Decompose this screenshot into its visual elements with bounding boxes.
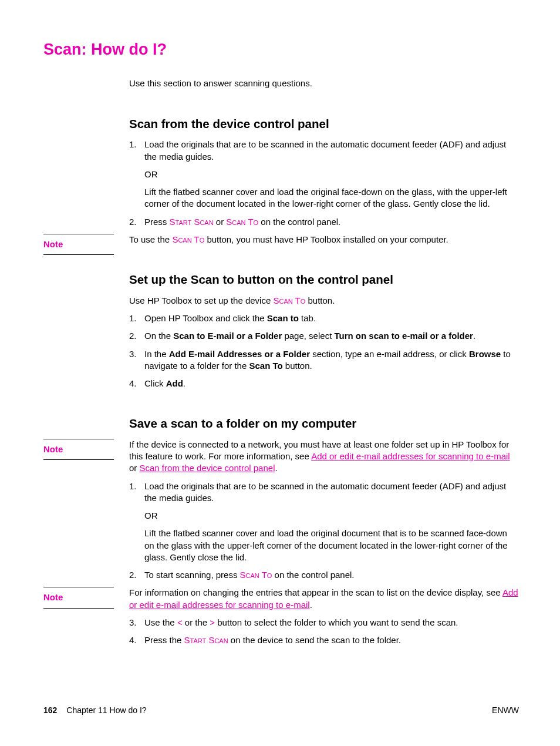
s3-note1-mid: or [129, 463, 140, 473]
browse-bold: Browse [469, 349, 501, 359]
s3-step3-pre: Use the [144, 617, 177, 627]
s3-note1-post: . [275, 463, 277, 473]
scan-to-bold: Scan to [267, 313, 299, 323]
s3-step3: Use the < or the > button to select the … [129, 617, 519, 629]
turn-on-bold: Turn on scan to e-mail or a folder [334, 331, 473, 341]
section1-heading: Scan from the device control panel [129, 116, 519, 132]
add-email-bold: Add E-mail Addresses or a Folder [169, 349, 310, 359]
scan-to-label-4: Scan To [240, 570, 272, 580]
link-add-edit-email[interactable]: Add or edit e-mail addresses for scannin… [311, 451, 510, 461]
s3-or: OR [144, 510, 519, 522]
s2-intro-post: button. [305, 295, 335, 305]
section3-heading: Save a scan to a folder on my computer [129, 415, 519, 432]
s3-note2-post: . [310, 600, 312, 610]
s3-note2: For information on changing the entries … [129, 587, 519, 611]
gt-symbol: > [210, 617, 215, 627]
s1-step2: Press Start Scan or Scan To on the contr… [129, 216, 519, 228]
intro-text: Use this section to answer scanning ques… [129, 78, 519, 89]
scan-to-label-3: Scan To [273, 295, 305, 305]
s2-step3-mid: section, type an e-mail address, or clic… [310, 349, 469, 359]
section2-heading: Set up the Scan to button on the control… [129, 271, 519, 288]
s1-note-post: button, you must have HP Toolbox install… [204, 234, 448, 244]
s3-note2-pre: For information on changing the entries … [129, 587, 502, 597]
s2-step1: Open HP Toolbox and click the Scan to ta… [129, 312, 519, 324]
s1-or: OR [144, 169, 519, 180]
s2-step3: In the Add E-mail Addresses or a Folder … [129, 348, 519, 372]
start-scan-label-2: Start Scan [184, 635, 228, 645]
s3-step1: Load the originals that are to be scanne… [129, 480, 519, 564]
s1-note: To use the Scan To button, you must have… [129, 234, 519, 246]
s2-step4-pre: Click [144, 378, 166, 388]
s2-step4: Click Add. [129, 378, 519, 389]
note-label-1: Note [43, 234, 114, 255]
note-label-3: Note [43, 587, 114, 608]
s1-step1b: Lift the flatbed scanner cover and load … [144, 186, 519, 210]
page-number: 162 [43, 705, 57, 716]
s2-step2-pre: On the [144, 331, 173, 341]
s2-intro: Use HP Toolbox to set up the device Scan… [129, 295, 519, 307]
s2-step1-post: tab. [299, 313, 316, 323]
footer-right: ENWW [492, 705, 519, 716]
s3-step4: Press the Start Scan on the device to se… [129, 634, 519, 646]
s2-step2-post: . [473, 331, 475, 341]
lt-symbol: < [177, 617, 183, 627]
scan-to-label: Scan To [226, 217, 258, 227]
s1-step1: Load the originals that are to be scanne… [129, 139, 519, 210]
s1-note-pre: To use the [129, 234, 172, 244]
s3-step4-pre: Press the [144, 635, 184, 645]
s3-step1b: Lift the flatbed scanner cover and load … [144, 527, 519, 563]
start-scan-label: Start Scan [170, 217, 214, 227]
s2-step1-pre: Open HP Toolbox and click the [144, 313, 267, 323]
note-label-2: Note [43, 439, 114, 460]
s3-note1: If the device is connected to a network,… [129, 439, 519, 475]
link-scan-from-device[interactable]: Scan from the device control panel [140, 463, 275, 473]
s3-step2-pre: To start scanning, press [144, 570, 240, 580]
s3-step2: To start scanning, press Scan To on the … [129, 569, 519, 581]
s2-step3-pre: In the [144, 349, 169, 359]
s3-step2-post: on the control panel. [272, 570, 354, 580]
s2-intro-pre: Use HP Toolbox to set up the device [129, 295, 273, 305]
s1-step1a: Load the originals that are to be scanne… [144, 139, 506, 161]
scan-to-email-folder: Scan to E-mail or a Folder [173, 331, 282, 341]
s3-step1a: Load the originals that are to be scanne… [144, 481, 506, 503]
scan-to-bold-2: Scan To [249, 361, 282, 371]
s2-step4-post: . [183, 378, 185, 388]
s2-step2: On the Scan to E-mail or a Folder page, … [129, 330, 519, 342]
s1-step2-pre: Press [144, 217, 170, 227]
s3-step3-post: button to select the folder to which you… [215, 617, 458, 627]
s2-step3-post: button. [283, 361, 312, 371]
s3-step4-post: on the device to send the scan to the fo… [228, 635, 401, 645]
chapter-label: Chapter 11 How do I? [66, 705, 146, 716]
add-bold: Add [166, 378, 183, 388]
s1-step2-or: or [214, 217, 227, 227]
scan-to-label-2: Scan To [172, 234, 204, 244]
s2-step2-mid: page, select [282, 331, 334, 341]
page-title: Scan: How do I? [43, 39, 519, 60]
s1-step2-post: on the control panel. [258, 217, 340, 227]
s3-step3-mid: or the [183, 617, 210, 627]
